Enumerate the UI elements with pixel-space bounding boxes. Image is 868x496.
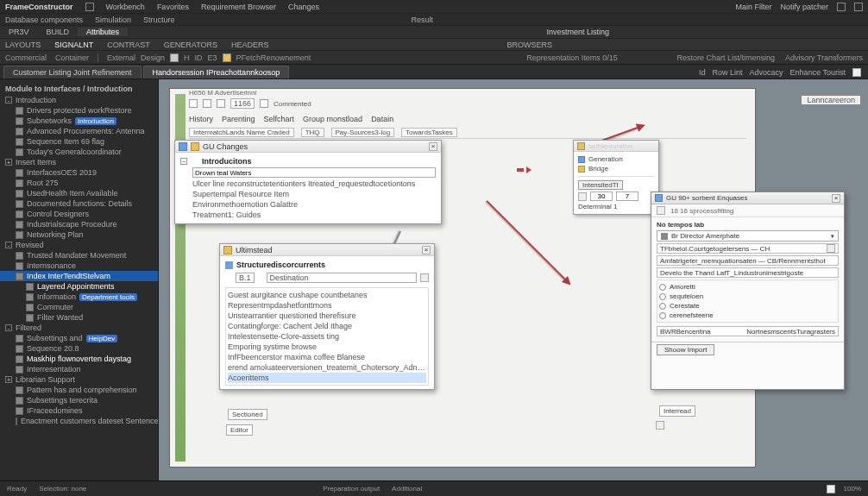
cat-layouts[interactable]: LAYOUTS: [5, 41, 41, 49]
tool-external[interactable]: External: [107, 53, 135, 62]
tree-item[interactable]: SubnetworksIntroduction: [0, 116, 158, 126]
tree-item[interactable]: Subsettings terecrita: [0, 395, 158, 405]
tool-advisory[interactable]: Advisory Transformers: [785, 53, 863, 62]
ribbon-db[interactable]: Database components: [5, 16, 83, 24]
tool-restore[interactable]: Restore Chart List/timensing: [676, 53, 775, 62]
tree-item[interactable]: Control Designers: [0, 209, 158, 219]
tool-container[interactable]: Container: [55, 53, 89, 62]
tree-item[interactable]: Internsonance: [0, 261, 158, 271]
tree-section[interactable]: -Introduction: [0, 95, 158, 105]
cat-generators[interactable]: GENERATORS: [164, 41, 217, 49]
cat-contrast[interactable]: CONTRAST: [107, 41, 150, 49]
popup2-item-8[interactable]: Acoerittems: [228, 373, 426, 383]
popup2-ctrl2[interactable]: Destination: [267, 273, 417, 283]
tree-item[interactable]: Documented functions: Details: [0, 198, 158, 209]
popup2-close-icon[interactable]: ×: [422, 246, 431, 254]
file-icon-yellow[interactable]: [223, 53, 231, 62]
tree-item[interactable]: InformationDepartment tools: [0, 292, 158, 302]
tablink-id[interactable]: Id: [699, 68, 706, 77]
popup1-field[interactable]: [192, 167, 436, 178]
popup2-ctrl1[interactable]: B.1: [236, 273, 255, 283]
tree-section[interactable]: +Insert Items: [0, 157, 158, 167]
file-tab-1[interactable]: Handorsession IPreachottannkoosop: [143, 66, 290, 78]
popup2-item-4[interactable]: Intelestensette-Clore-assets ting: [228, 331, 426, 342]
doc-sub-3[interactable]: TowardsTaskes: [401, 128, 457, 137]
doc-sub-1[interactable]: THQ: [301, 128, 324, 137]
popup2-btn-editor[interactable]: Editor: [226, 424, 253, 436]
doc-btn-2[interactable]: [203, 99, 211, 108]
midpopup-field1[interactable]: [590, 191, 613, 201]
bigpanel-bar1[interactable]: TFbhelol.Courtgetogelersens — CH: [657, 243, 839, 254]
tablink-rowlint[interactable]: Row Lint: [713, 68, 743, 77]
tree-item[interactable]: Drivers protected workRestore: [0, 105, 158, 116]
tablink-advocacy[interactable]: Advocacy: [750, 68, 783, 77]
menu-favorites[interactable]: Favorites: [157, 3, 189, 11]
tree-section[interactable]: -Filtered: [0, 323, 158, 333]
tablink-box-icon[interactable]: [852, 68, 861, 77]
tree-item[interactable]: Commuter: [0, 302, 158, 312]
mini-checkbox[interactable]: [656, 421, 664, 430]
bigpanel-ok-button[interactable]: Shoow Import: [657, 344, 714, 355]
tree-item[interactable]: Layered Appointments: [0, 281, 158, 292]
doc-btn-3[interactable]: [217, 99, 225, 108]
menu-main-filter[interactable]: Main Filter: [735, 3, 771, 11]
midpopup-field2[interactable]: [616, 191, 638, 201]
doc-sub-2[interactable]: Pay-Sources3-log: [331, 128, 395, 137]
rb-2[interactable]: [659, 303, 666, 310]
window-close-icon[interactable]: [854, 3, 863, 11]
cat-signalnt[interactable]: SIGNALNT: [54, 41, 93, 49]
tree-item[interactable]: InterfacesOES 2019: [0, 167, 158, 178]
menu-workbench[interactable]: Workbench: [106, 3, 145, 11]
tree-item[interactable]: Sequence 20.8: [0, 343, 158, 354]
popup2-go-icon[interactable]: [420, 273, 429, 282]
rb-0[interactable]: [659, 284, 666, 291]
rb-3[interactable]: [659, 312, 666, 319]
popup2-item-7[interactable]: erend amoluateerversionen_treatemit_Chot…: [228, 362, 426, 373]
cat-browsers[interactable]: BROWSERS: [507, 41, 553, 49]
midpopup-cb1[interactable]: [578, 192, 587, 201]
tree-item[interactable]: Subsettings andHelpDev: [0, 333, 158, 343]
bigpanel-dropdown[interactable]: Br Director Amerphate ▾: [657, 230, 839, 242]
expander-icon[interactable]: +: [5, 376, 12, 383]
tool-commercial[interactable]: Commercial: [5, 53, 47, 62]
file-tab-0[interactable]: Customer Listing Joint Refinement: [3, 66, 142, 78]
cat-headers[interactable]: HEADERS: [231, 41, 269, 49]
tree-item[interactable]: Sequence Item 69 flag: [0, 136, 158, 147]
doc-menu-datain[interactable]: Datain: [371, 115, 393, 123]
tree-item[interactable]: Root 275: [0, 178, 158, 188]
status-view-icon[interactable]: [827, 485, 835, 493]
doc-menu-history[interactable]: History: [189, 115, 213, 123]
tree-item[interactable]: Interresentation: [0, 364, 158, 374]
editor-canvas[interactable]: H656 M Advertiserinni 1166 Commented His…: [159, 79, 868, 480]
doc-menu-parenting[interactable]: Parenting: [222, 115, 255, 123]
tree-item[interactable]: Advanced Procurements: Antenna: [0, 126, 158, 136]
midpopup-btn[interactable]: IntensitedTI: [578, 180, 623, 190]
tree-item[interactable]: Filter Wanted: [0, 312, 158, 323]
file-icon[interactable]: [170, 53, 179, 62]
tablink-enhance[interactable]: Enhance Tourist: [790, 68, 846, 77]
popup2-list[interactable]: Guest aurgitance cushape countbetanes Re…: [225, 287, 429, 386]
tree-item[interactable]: Networking Plan: [0, 229, 158, 240]
tree-item[interactable]: IFraceedomines: [0, 405, 158, 416]
doc-menu-selfchart[interactable]: Selfchart: [264, 115, 295, 123]
tree-item[interactable]: UsedHealth Item Available: [0, 188, 158, 198]
expander-icon[interactable]: -: [5, 97, 12, 104]
tree-item[interactable]: Maskhip flownoverten daystag: [0, 354, 158, 364]
expander-icon[interactable]: +: [5, 159, 12, 166]
expander-icon[interactable]: -: [5, 324, 12, 331]
popup1-expand-icon[interactable]: −: [180, 158, 187, 165]
popup2-btn-sectioned[interactable]: Sectioned: [228, 409, 267, 420]
popup2-item-6[interactable]: InfFbeencerstor maxima coffee Blanese: [228, 352, 426, 362]
tree-item[interactable]: Pattern has and comprehension: [0, 385, 158, 395]
ribbon-sim[interactable]: Simulation: [95, 16, 131, 24]
popup2-item-5[interactable]: Emporing systime browse: [228, 342, 426, 352]
bigpanel-bar1-cb[interactable]: [827, 244, 835, 253]
tree-item[interactable]: Industrialscape Procedure: [0, 219, 158, 229]
tree-item[interactable]: Trusted Mandater Movement: [0, 250, 158, 261]
sec-tab-attributes[interactable]: Attributes: [78, 28, 128, 36]
popup2-item-1[interactable]: Representmpdashetfonttmons: [228, 300, 426, 311]
sec-tab-pr3v[interactable]: PR3V: [0, 28, 38, 36]
status-zoom[interactable]: 100%: [844, 485, 861, 493]
tree-item[interactable]: Index InterTendtStelvam: [0, 271, 158, 281]
bigpanel-close-icon[interactable]: ×: [832, 194, 840, 203]
